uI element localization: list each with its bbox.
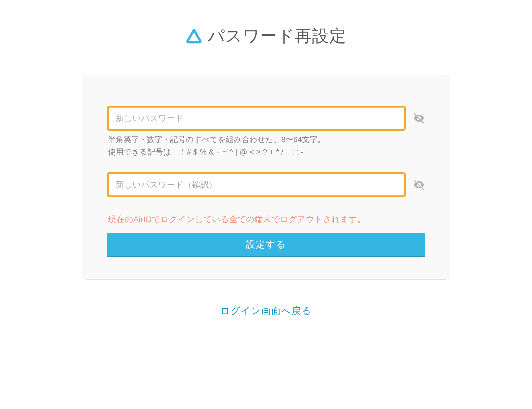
eye-off-icon[interactable]	[413, 179, 425, 191]
password-highlight-frame	[107, 106, 406, 131]
eye-off-icon[interactable]	[413, 112, 425, 124]
password-confirm-field-wrapper	[107, 172, 425, 197]
password-confirm-highlight-frame	[107, 172, 406, 197]
helper-line-1: 半角英字・数字・記号のすべてを組み合わせた、8〜64文字。	[108, 133, 425, 146]
new-password-input[interactable]	[109, 107, 404, 129]
page-title: パスワード再設定	[208, 25, 346, 47]
password-requirements: 半角英字・数字・記号のすべてを組み合わせた、8〜64文字。 使用できる記号は ！…	[107, 133, 425, 158]
back-to-login-link[interactable]: ログイン画面へ戻る	[220, 305, 312, 317]
confirm-password-input[interactable]	[109, 174, 404, 196]
password-field-wrapper	[107, 106, 425, 131]
page-header: パスワード再設定	[186, 25, 346, 47]
helper-line-2: 使用できる記号は ！# $ % & = ~ ^ | @ < > ? + * / …	[108, 146, 425, 158]
logo-triangle-icon	[186, 28, 202, 45]
password-reset-card: 半角英字・数字・記号のすべてを組み合わせた、8〜64文字。 使用できる記号は ！…	[83, 75, 449, 280]
submit-button[interactable]: 設定する	[107, 233, 425, 257]
logout-warning-text: 現在のAirIDでログインしている全ての端末でログアウトされます。	[107, 214, 425, 225]
